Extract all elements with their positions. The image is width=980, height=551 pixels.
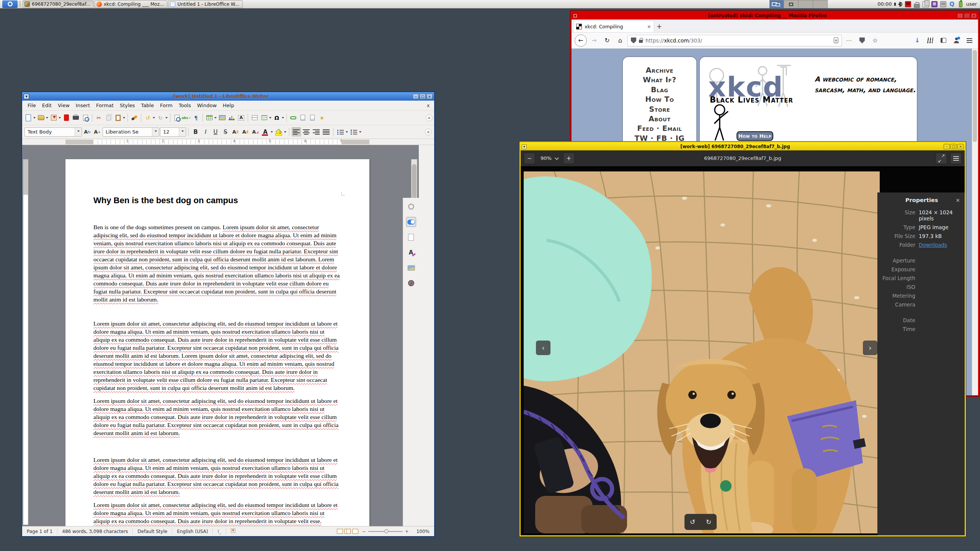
font-size-select[interactable]: 12	[160, 127, 186, 137]
xkcd-nav-archive[interactable]: Archive	[623, 65, 696, 75]
menu-edit[interactable]: Edit	[39, 101, 55, 109]
previous-image-button[interactable]: ‹	[536, 341, 550, 355]
volume-icon[interactable]	[896, 1, 902, 7]
bookmark-button[interactable]: ★	[317, 113, 327, 122]
dropdown-caret[interactable]	[214, 117, 217, 120]
forward-button[interactable]: →	[588, 35, 600, 46]
dropdown-caret[interactable]	[346, 131, 348, 134]
maximize-button[interactable]: □	[964, 13, 970, 18]
reload-button[interactable]: ↻	[601, 35, 613, 46]
dropdown-caret[interactable]	[271, 131, 273, 134]
writer-titlebar[interactable]: ▼ [work] Untitled 1 - LibreOffice Writer…	[22, 92, 434, 101]
vertical-ruler[interactable]	[23, 159, 28, 525]
disk-icon[interactable]	[940, 1, 946, 7]
dropdown-caret[interactable]	[282, 117, 284, 120]
minimize-button[interactable]: –	[944, 144, 950, 149]
sidebar-gallery-button[interactable]	[406, 263, 416, 273]
print-button[interactable]	[71, 113, 80, 122]
zoom-slider-knob[interactable]	[384, 529, 389, 533]
xkcd-nav-what-if[interactable]: What If?	[623, 75, 696, 85]
paragraph-style-select[interactable]: Text Body	[24, 127, 82, 137]
dropdown-caret[interactable]	[123, 117, 125, 120]
maximize-button[interactable]: □	[951, 144, 957, 149]
properties-close-icon[interactable]: ×	[956, 197, 960, 203]
xkcd-nav-store[interactable]: Store	[623, 104, 696, 114]
tab-close-icon[interactable]: ×	[647, 24, 651, 29]
dropdown-caret[interactable]	[33, 117, 36, 120]
devices-icon[interactable]	[931, 1, 938, 7]
close-button[interactable]: ×	[957, 144, 964, 149]
menu-view[interactable]: View	[55, 101, 73, 109]
url-bar[interactable]: https://xkcd.com/303/	[627, 35, 842, 46]
xkcd-nav-how-to[interactable]: How To	[623, 95, 696, 104]
toolbar-overflow-chevron[interactable]: »	[425, 129, 432, 135]
scrollbar-thumb[interactable]	[973, 50, 977, 142]
close-document-button[interactable]: x	[425, 103, 432, 108]
menu-form[interactable]: Form	[157, 101, 176, 109]
spell-check-button[interactable]: abc✓	[182, 113, 191, 122]
menu-table[interactable]: Table	[138, 101, 157, 109]
strikethrough-button[interactable]: S	[221, 127, 230, 137]
window-menu-icon[interactable]: ▼	[522, 144, 527, 149]
back-button[interactable]: ←	[575, 34, 587, 47]
maximize-button[interactable]: □	[420, 94, 426, 99]
insert-textbox-button[interactable]: A	[237, 113, 246, 122]
task-button-image-viewer[interactable]: 6968727080_29ecef8af...	[23, 0, 94, 8]
clone-formatting-button[interactable]	[130, 113, 139, 122]
task-button-writer[interactable]: Untitled 1 - LibreOffice W...	[168, 0, 242, 8]
minimize-button[interactable]: –	[413, 94, 419, 99]
bullet-list-button[interactable]	[336, 127, 345, 137]
subscript-button[interactable]: A2	[241, 127, 250, 137]
minimize-button[interactable]: –	[957, 13, 963, 18]
horizontal-ruler[interactable]: 1 2 3 4 5 6 7	[22, 139, 434, 145]
dropdown-caret[interactable]	[269, 117, 271, 120]
zoom-in-button[interactable]: +	[563, 153, 575, 164]
page-style[interactable]: Default Style	[133, 528, 172, 535]
zoom-in-icon[interactable]: +	[405, 529, 409, 534]
dropdown-caret[interactable]	[46, 117, 48, 120]
downloads-link[interactable]: Downloads	[919, 242, 947, 248]
sidebar-styles-button[interactable]: A	[406, 248, 416, 258]
menu-file[interactable]: File	[24, 101, 39, 109]
menu-help[interactable]: Help	[220, 101, 237, 109]
qubes-domains-icon[interactable]	[905, 1, 911, 7]
redo-button[interactable]: ↻	[156, 113, 165, 122]
insert-table-button[interactable]	[205, 113, 214, 122]
underline-button[interactable]: U	[211, 127, 220, 137]
selection-mode-icon[interactable]	[226, 528, 240, 535]
paste-button[interactable]	[113, 113, 122, 122]
new-style-button[interactable]: A+	[93, 127, 102, 137]
align-left-button[interactable]	[292, 127, 301, 137]
special-character-button[interactable]: Ω	[272, 113, 281, 122]
menu-styles[interactable]: Styles	[117, 101, 138, 109]
bookmark-star-icon[interactable]: ☆	[869, 35, 881, 46]
undo-button[interactable]: ↺	[143, 113, 152, 122]
firefox-titlebar[interactable]: ▼ [untrusted] xkcd: Compiling __ Mozilla…	[572, 12, 978, 20]
toolbar-overflow-chevron[interactable]: »	[426, 114, 433, 121]
insert-mode[interactable]: I_	[213, 528, 226, 535]
viewer-menu-button[interactable]	[950, 153, 962, 164]
formatting-marks-button[interactable]: ¶	[191, 113, 201, 122]
page-count[interactable]: Page 1 of 1	[22, 528, 57, 535]
insert-hyperlink-button[interactable]	[289, 113, 298, 122]
align-right-button[interactable]	[312, 127, 321, 137]
workspace-2[interactable]	[784, 0, 799, 8]
firefox-scrollbar[interactable]	[972, 49, 978, 395]
next-image-button[interactable]: ›	[863, 341, 877, 355]
workspace-1[interactable]	[769, 0, 784, 8]
insert-chart-button[interactable]	[227, 113, 236, 122]
window-menu-icon[interactable]: ▼	[24, 94, 29, 99]
insert-endnote-button[interactable]	[308, 113, 317, 122]
reader-mode-icon[interactable]	[834, 37, 838, 43]
clear-formatting-button[interactable]: A◢	[251, 127, 260, 137]
multi-page-view-button[interactable]	[345, 529, 351, 534]
app-menu-button[interactable]	[2, 0, 18, 8]
xkcd-nav-feed-email[interactable]: Feed · Email	[623, 124, 696, 133]
chevron-down-icon[interactable]	[555, 155, 559, 160]
single-page-view-button[interactable]	[337, 529, 343, 534]
menu-icon[interactable]	[967, 38, 972, 43]
qubes-updates-icon[interactable]: Q	[949, 1, 955, 7]
pocket-icon[interactable]	[859, 37, 865, 44]
url-text[interactable]: https://xkcd.com/303/	[645, 37, 831, 44]
lock-icon[interactable]	[914, 4, 920, 8]
